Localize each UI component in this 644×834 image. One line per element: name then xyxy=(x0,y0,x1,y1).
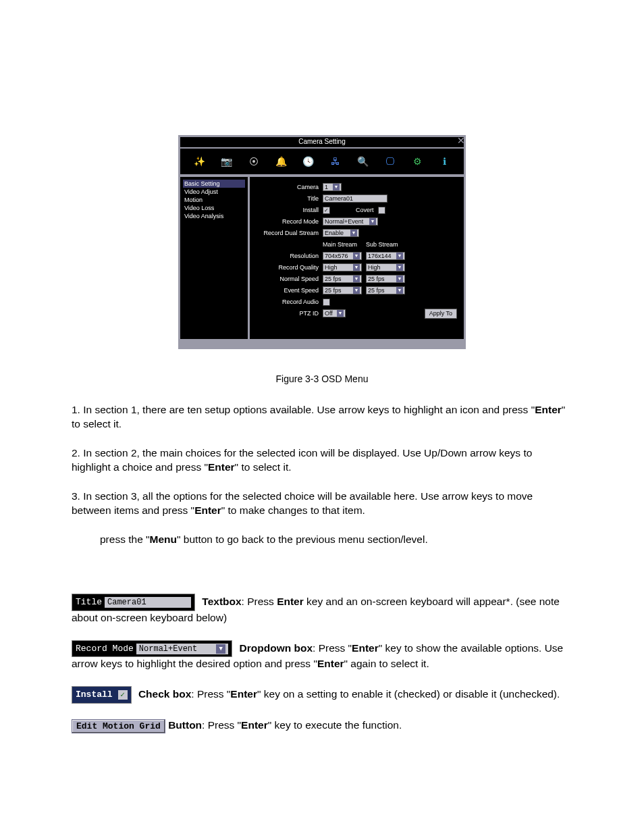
quality-main-select[interactable]: High▼ xyxy=(323,263,362,271)
record-mode-label: Record Mode xyxy=(254,218,323,225)
resolution-main-select[interactable]: 704x576▼ xyxy=(323,252,362,260)
record-quality-label: Record Quality xyxy=(254,264,323,271)
example-textbox-widget: Title Camera01 xyxy=(72,594,195,611)
event-speed-sub-select[interactable]: 25 fps▼ xyxy=(366,286,405,294)
chevron-down-icon: ▼ xyxy=(353,287,360,294)
example-dropdown: Record Mode Normal+Event▼ Dropdown box: … xyxy=(72,640,572,671)
sidebar-item[interactable]: Video Adjust xyxy=(183,188,245,196)
ptz-id-select[interactable]: Off▼ xyxy=(323,309,346,317)
chevron-down-icon: ▼ xyxy=(396,276,403,282)
paragraph-2: 2. In section 2, the main choices for th… xyxy=(72,446,572,475)
chevron-down-icon: ▼ xyxy=(333,184,340,190)
wand-icon[interactable]: ✨ xyxy=(193,155,205,167)
reel-icon[interactable]: ⦿ xyxy=(248,155,260,167)
example-textbox: Title Camera01 Textbox: Press Enter key … xyxy=(72,594,572,625)
osd-title: Camera Setting xyxy=(180,137,464,149)
sidebar-item[interactable]: Basic Setting xyxy=(183,180,245,188)
chevron-down-icon: ▼ xyxy=(396,264,403,271)
chevron-down-icon: ▼ xyxy=(369,218,376,225)
example-checkbox-widget: Install ✓ xyxy=(72,686,132,704)
install-checkbox[interactable]: ✓ xyxy=(323,207,330,214)
camera-icon[interactable]: 📷 xyxy=(221,155,233,167)
clock-icon[interactable]: 🕓 xyxy=(302,155,315,167)
figure-caption: Figure 3-3 OSD Menu xyxy=(0,373,644,384)
quality-sub-select[interactable]: High▼ xyxy=(366,263,405,271)
title-input[interactable]: Camera01 xyxy=(323,194,387,203)
close-icon[interactable]: ✕ xyxy=(457,136,465,145)
example-install-checkbox[interactable]: ✓ xyxy=(118,690,128,700)
bell-icon[interactable]: 🔔 xyxy=(275,155,287,167)
search-icon[interactable]: 🔍 xyxy=(357,155,369,167)
example-record-mode-select[interactable]: Normal+Event▼ xyxy=(136,644,228,654)
camera-select[interactable]: 1▼ xyxy=(323,183,342,191)
record-audio-checkbox[interactable] xyxy=(323,298,330,306)
resolution-sub-select[interactable]: 176x144▼ xyxy=(366,252,405,260)
chevron-down-icon: ▼ xyxy=(396,253,403,259)
chevron-down-icon: ▼ xyxy=(396,287,403,294)
example-edit-motion-grid-button[interactable]: Edit Motion Grid xyxy=(72,719,165,733)
main-stream-header: Main Stream xyxy=(323,241,366,248)
osd-toolbar: ✨📷⦿🔔🕓🖧🔍🖵⚙ℹ xyxy=(180,149,464,177)
example-button: Edit Motion Grid Button: Press "Enter" k… xyxy=(72,719,572,733)
install-label: Install xyxy=(254,207,323,213)
sidebar-item[interactable]: Video Analysis xyxy=(183,212,245,220)
osd-sidebar: Basic SettingVideo AdjustMotionVideo Los… xyxy=(180,177,250,339)
sidebar-item[interactable]: Video Loss xyxy=(183,204,245,212)
paragraph-3: 3. In section 3, all the options for the… xyxy=(72,490,572,518)
apply-to-button[interactable]: Apply To xyxy=(425,309,457,319)
network-icon[interactable]: 🖧 xyxy=(329,155,342,167)
dual-stream-select[interactable]: Enable▼ xyxy=(323,229,359,237)
chevron-down-icon: ▼ xyxy=(350,230,357,236)
dual-stream-label: Record Dual Stream xyxy=(254,230,323,236)
sidebar-item[interactable]: Motion xyxy=(183,196,245,204)
document-body: 1. In section 1, there are ten setup opt… xyxy=(0,403,644,733)
chevron-down-icon: ▼ xyxy=(353,264,360,271)
osd-form: Camera 1▼ Title Camera01 Install ✓ Cover… xyxy=(250,177,464,339)
sub-stream-header: Sub Stream xyxy=(366,241,409,248)
record-mode-select[interactable]: Normal+Event▼ xyxy=(323,217,378,226)
resolution-label: Resolution xyxy=(254,253,323,259)
chevron-down-icon: ▼ xyxy=(353,276,360,282)
ptz-id-label: PTZ ID xyxy=(254,310,323,317)
example-dropdown-widget: Record Mode Normal+Event▼ xyxy=(72,640,232,658)
chevron-down-icon: ▼ xyxy=(337,310,344,317)
paragraph-4: press the "Menu" button to go back to th… xyxy=(72,533,572,547)
chevron-down-icon: ▼ xyxy=(353,253,360,259)
example-checkbox: Install ✓ Check box: Press "Enter" key o… xyxy=(72,686,572,704)
covert-checkbox[interactable] xyxy=(378,207,385,214)
example-title-input[interactable]: Camera01 xyxy=(105,597,191,608)
osd-footer xyxy=(180,339,464,347)
gear-icon[interactable]: ⚙ xyxy=(411,155,423,167)
info-icon[interactable]: ℹ xyxy=(439,155,451,167)
event-speed-main-select[interactable]: 25 fps▼ xyxy=(323,286,362,294)
normal-speed-main-select[interactable]: 25 fps▼ xyxy=(323,275,362,283)
normal-speed-sub-select[interactable]: 25 fps▼ xyxy=(366,275,405,283)
normal-speed-label: Normal Speed xyxy=(254,276,323,282)
chevron-down-icon: ▼ xyxy=(216,644,225,654)
event-speed-label: Event Speed xyxy=(254,287,323,294)
paragraph-1: 1. In section 1, there are ten setup opt… xyxy=(72,403,572,432)
osd-window: ✕ Camera Setting ✨📷⦿🔔🕓🖧🔍🖵⚙ℹ Basic Settin… xyxy=(178,135,466,349)
record-audio-label: Record Audio xyxy=(254,298,323,305)
title-label: Title xyxy=(254,195,323,202)
display-icon[interactable]: 🖵 xyxy=(384,155,396,167)
covert-label: Covert xyxy=(356,207,374,213)
camera-label: Camera xyxy=(254,184,323,190)
